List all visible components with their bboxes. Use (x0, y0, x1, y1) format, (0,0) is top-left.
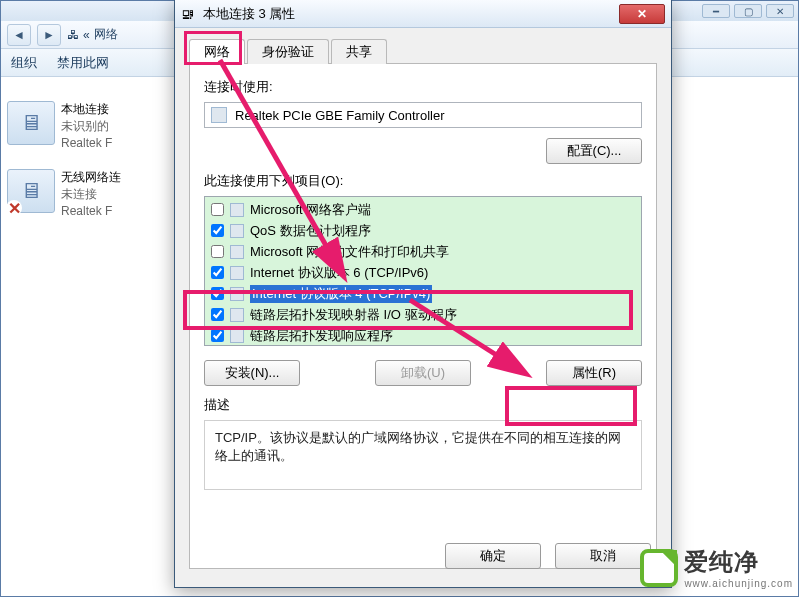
connection-item[interactable]: 🖥 无线网络连 未连接 Realtek F (7, 169, 177, 219)
connection-icon: 🖥 (7, 101, 55, 145)
connection-status: 未识别的 (61, 118, 112, 135)
connection-name: 无线网络连 (61, 169, 121, 186)
network-icon: 🖧 (67, 28, 79, 42)
connection-status: 未连接 (61, 186, 121, 203)
tab-panel-network: 连接时使用: Realtek PCIe GBE Family Controlle… (189, 64, 657, 569)
item-checkbox[interactable] (211, 308, 224, 321)
dialog-icon: 🖳 (181, 6, 197, 22)
dialog-title: 本地连接 3 属性 (203, 5, 613, 23)
item-label: 链路层拓扑发现映射器 I/O 驱动程序 (250, 306, 457, 324)
connection-text: 无线网络连 未连接 Realtek F (61, 169, 121, 219)
network-item-row[interactable]: QoS 数据包计划程序 (207, 220, 639, 241)
nav-forward-button[interactable]: ► (37, 24, 61, 46)
dialog-close-button[interactable]: ✕ (619, 4, 665, 24)
item-label: Microsoft 网络客户端 (250, 201, 371, 219)
minimize-button[interactable]: ━ (702, 4, 730, 18)
protocol-icon (230, 308, 244, 322)
item-label: Microsoft 网络的文件和打印机共享 (250, 243, 449, 261)
maximize-button[interactable]: ▢ (734, 4, 762, 18)
watermark-logo: 爱纯净 www.aichunjing.com (640, 546, 793, 589)
item-checkbox[interactable] (211, 329, 224, 342)
configure-button[interactable]: 配置(C)... (546, 138, 642, 164)
connection-name: 本地连接 (61, 101, 112, 118)
network-item-row[interactable]: Internet 协议版本 6 (TCP/IPv6) (207, 262, 639, 283)
tab-share[interactable]: 共享 (331, 39, 387, 64)
protocol-icon (230, 266, 244, 280)
items-listbox[interactable]: Microsoft 网络客户端 QoS 数据包计划程序 Microsoft 网络… (204, 196, 642, 346)
adapter-field[interactable]: Realtek PCIe GBE Family Controller (204, 102, 642, 128)
logo-text: 爱纯净 (684, 546, 793, 578)
properties-dialog: 🖳 本地连接 3 属性 ✕ 网络 身份验证 共享 连接时使用: Realtek … (174, 0, 672, 588)
items-label: 此连接使用下列项目(O): (204, 172, 642, 190)
network-item-row[interactable]: 链路层拓扑发现映射器 I/O 驱动程序 (207, 304, 639, 325)
properties-button[interactable]: 属性(R) (546, 360, 642, 386)
item-checkbox[interactable] (211, 287, 224, 300)
toolbar-organize[interactable]: 组织 (11, 54, 37, 72)
protocol-icon (230, 329, 244, 343)
close-button[interactable]: ✕ (766, 4, 794, 18)
description-text: TCP/IP。该协议是默认的广域网络协议，它提供在不同的相互连接的网络上的通讯。 (204, 420, 642, 490)
connection-device: Realtek F (61, 203, 121, 220)
connection-text: 本地连接 未识别的 Realtek F (61, 101, 112, 151)
nav-back-button[interactable]: ◄ (7, 24, 31, 46)
uninstall-button[interactable]: 卸载(U) (375, 360, 471, 386)
item-checkbox[interactable] (211, 266, 224, 279)
connection-item[interactable]: 🖥 本地连接 未识别的 Realtek F (7, 101, 177, 151)
adapter-icon (211, 107, 227, 123)
connect-using-label: 连接时使用: (204, 78, 642, 96)
protocol-icon (230, 224, 244, 238)
tab-auth[interactable]: 身份验证 (247, 39, 329, 64)
logo-subtext: www.aichunjing.com (684, 578, 793, 589)
dialog-footer: 确定 取消 (445, 543, 651, 569)
item-checkbox[interactable] (211, 245, 224, 258)
adapter-name: Realtek PCIe GBE Family Controller (235, 108, 445, 123)
description-group: 描述 TCP/IP。该协议是默认的广域网络协议，它提供在不同的相互连接的网络上的… (204, 396, 642, 490)
protocol-icon (230, 203, 244, 217)
toolbar-disable[interactable]: 禁用此网 (57, 54, 109, 72)
item-button-row: 安装(N)... 卸载(U) 属性(R) (204, 360, 642, 386)
network-item-row[interactable]: Internet 协议版本 4 (TCP/IPv4) (207, 283, 639, 304)
network-item-row[interactable]: Microsoft 网络客户端 (207, 199, 639, 220)
network-item-row[interactable]: Microsoft 网络的文件和打印机共享 (207, 241, 639, 262)
connection-list: 🖥 本地连接 未识别的 Realtek F 🖥 无线网络连 未连接 Realte… (7, 101, 177, 238)
connection-device: Realtek F (61, 135, 112, 152)
cancel-button[interactable]: 取消 (555, 543, 651, 569)
item-label: QoS 数据包计划程序 (250, 222, 371, 240)
network-item-row[interactable]: 链路层拓扑发现响应程序 (207, 325, 639, 346)
breadcrumb[interactable]: 🖧 « 网络 (67, 26, 118, 43)
connection-icon: 🖥 (7, 169, 55, 213)
item-label: Internet 协议版本 6 (TCP/IPv6) (250, 264, 428, 282)
item-label: Internet 协议版本 4 (TCP/IPv4) (250, 285, 432, 303)
ok-button[interactable]: 确定 (445, 543, 541, 569)
item-checkbox[interactable] (211, 203, 224, 216)
protocol-icon (230, 245, 244, 259)
item-label: 链路层拓扑发现响应程序 (250, 327, 393, 345)
description-label: 描述 (204, 396, 642, 414)
install-button[interactable]: 安装(N)... (204, 360, 300, 386)
tab-network[interactable]: 网络 (189, 39, 245, 64)
protocol-icon (230, 287, 244, 301)
dialog-titlebar: 🖳 本地连接 3 属性 ✕ (175, 0, 671, 28)
logo-badge-icon (640, 549, 678, 587)
item-checkbox[interactable] (211, 224, 224, 237)
tab-bar: 网络 身份验证 共享 (189, 38, 657, 64)
